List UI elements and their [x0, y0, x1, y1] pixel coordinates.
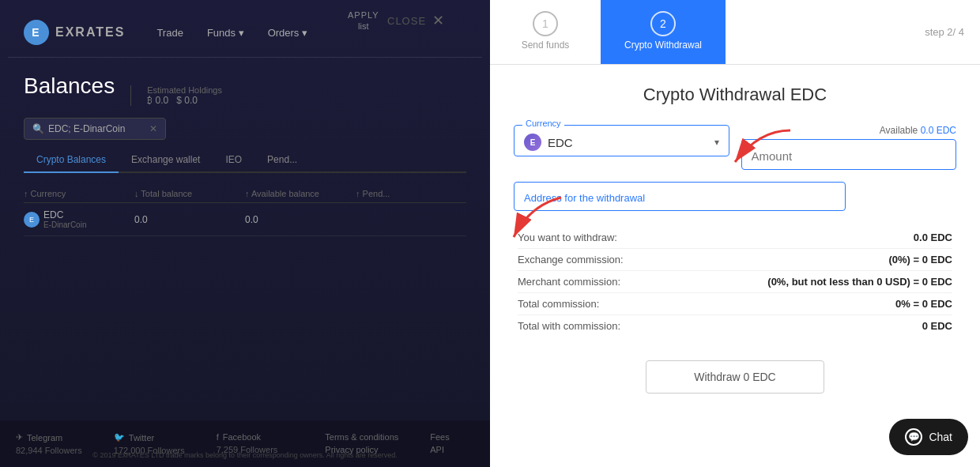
currency-select[interactable]: E EDC ▾ — [524, 134, 719, 151]
edc-coin-icon: E — [24, 212, 40, 228]
table-header: ↑ Currency ↓ Total balance ↑ Available b… — [24, 185, 466, 203]
amount-field[interactable] — [741, 139, 957, 170]
nav-orders[interactable]: Orders ▾ — [268, 27, 307, 39]
step-2-label: Crypto Withdrawal — [624, 40, 702, 51]
step-indicator: step 2/ 4 — [925, 26, 980, 38]
balances-title: Balances — [24, 73, 115, 99]
modal-title: Crypto Withdrawal EDC — [514, 85, 956, 105]
summary-label-0: You want to withdraw: — [518, 232, 617, 243]
copyright: © 2019 ExRATES LTD trade marks belong to… — [16, 451, 474, 459]
currency-value: EDC — [548, 136, 708, 149]
wallet-tabs: Crypto Balances Exchange wallet IEO Pend… — [24, 148, 466, 173]
apply-sub: list — [348, 21, 379, 32]
logo-text: EXRATES — [55, 25, 125, 40]
tab-ieo[interactable]: IEO — [213, 148, 254, 173]
tab-pending[interactable]: Pend... — [254, 148, 310, 173]
tab-exchange-wallet[interactable]: Exchange wallet — [119, 148, 213, 173]
withdraw-btn-wrapper: Withdraw 0 EDC — [514, 352, 956, 401]
currency-dropdown-arrow[interactable]: ▾ — [714, 137, 719, 148]
summary-value-4: 0 EDC — [922, 320, 952, 332]
summary-row-total-with: Total with commission: 0 EDC — [518, 315, 952, 337]
amount-input[interactable] — [752, 148, 947, 164]
close-label[interactable]: CLOSE — [387, 15, 426, 27]
footer: ✈Telegram 82,944 Followers 🐦Twitter 172,… — [0, 420, 490, 467]
summary-table: You want to withdraw: 0.0 EDC Exchange c… — [514, 227, 956, 337]
summary-value-2: (0%, but not less than 0 USD) = 0 EDC — [767, 276, 952, 288]
summary-label-2: Merchant commission: — [518, 276, 620, 288]
logo-icon: E — [24, 20, 49, 45]
table-row: E EDC E-DinarCoin 0.0 0.0 — [24, 203, 466, 236]
estimated-label: Estimated Holdings — [147, 85, 222, 95]
summary-label-3: Total commission: — [518, 298, 599, 310]
summary-row-merchant: Merchant commission: (0%, but not less t… — [518, 271, 952, 293]
summary-value-3: 0% = 0 EDC — [895, 298, 952, 310]
modal-panel: 1 Send funds 2 Crypto Withdrawal step 2/… — [490, 0, 980, 467]
btc-value: ₿ 0.0 — [147, 95, 168, 106]
summary-label-1: Exchange commission: — [518, 254, 624, 266]
tab-crypto-balances[interactable]: Crypto Balances — [24, 148, 119, 173]
available-amount-link[interactable]: 0.0 EDC — [921, 125, 956, 136]
currency-field[interactable]: Currency E EDC ▾ — [514, 125, 729, 156]
summary-row-withdraw: You want to withdraw: 0.0 EDC — [518, 227, 952, 249]
available-text: Available 0.0 EDC — [741, 125, 957, 136]
summary-value-1: (0%) = 0 EDC — [888, 254, 952, 266]
apply-area: APPLY list — [348, 9, 379, 32]
chat-label: Chat — [929, 431, 952, 443]
background-panel: E EXRATES Trade Funds ▾ Orders ▾ Balance… — [0, 0, 490, 467]
address-input[interactable] — [524, 190, 835, 205]
search-clear-icon[interactable]: ✕ — [149, 123, 157, 134]
summary-value-0: 0.0 EDC — [914, 232, 952, 243]
address-group — [514, 182, 846, 211]
currency-label: Currency — [522, 119, 564, 128]
chat-icon: 💬 — [905, 428, 922, 446]
currency-amount-row: Currency E EDC ▾ Available 0.0 EDC — [514, 125, 956, 170]
close-button[interactable]: CLOSE ✕ — [387, 12, 445, 29]
summary-row-exchange: Exchange commission: (0%) = 0 EDC — [518, 249, 952, 271]
search-box[interactable]: 🔍 EDC; E-DinarCoin ✕ — [24, 118, 166, 140]
close-icon[interactable]: ✕ — [432, 12, 445, 29]
summary-label-4: Total with commission: — [518, 320, 620, 332]
withdraw-button[interactable]: Withdraw 0 EDC — [646, 360, 824, 394]
address-field[interactable] — [514, 182, 846, 211]
summary-row-total-commission: Total commission: 0% = 0 EDC — [518, 293, 952, 315]
step-header: 1 Send funds 2 Crypto Withdrawal step 2/… — [490, 0, 980, 65]
step-2-circle: 2 — [650, 11, 676, 36]
currency-group: Currency E EDC ▾ — [514, 125, 729, 156]
apply-label: APPLY — [348, 9, 379, 21]
chat-button[interactable]: 💬 Chat — [889, 419, 968, 455]
step-1-circle: 1 — [533, 11, 558, 36]
main-nav: Trade Funds ▾ Orders ▾ — [156, 27, 307, 39]
nav-funds[interactable]: Funds ▾ — [207, 27, 244, 39]
usd-value: $ 0.0 — [176, 95, 198, 106]
edc-currency-icon: E — [524, 134, 541, 151]
step-1-tab[interactable]: 1 Send funds — [490, 0, 601, 64]
step-1-label: Send funds — [522, 40, 570, 51]
step-2-tab[interactable]: 2 Crypto Withdrawal — [601, 0, 726, 64]
nav-trade[interactable]: Trade — [156, 27, 183, 39]
modal-body: Crypto Withdrawal EDC Currency E EDC ▾ A… — [490, 65, 980, 467]
logo: E EXRATES — [24, 20, 125, 45]
address-row — [514, 182, 956, 211]
amount-group: Available 0.0 EDC — [741, 125, 957, 170]
search-icon: 🔍 — [32, 123, 44, 134]
search-value: EDC; E-DinarCoin — [48, 123, 125, 134]
